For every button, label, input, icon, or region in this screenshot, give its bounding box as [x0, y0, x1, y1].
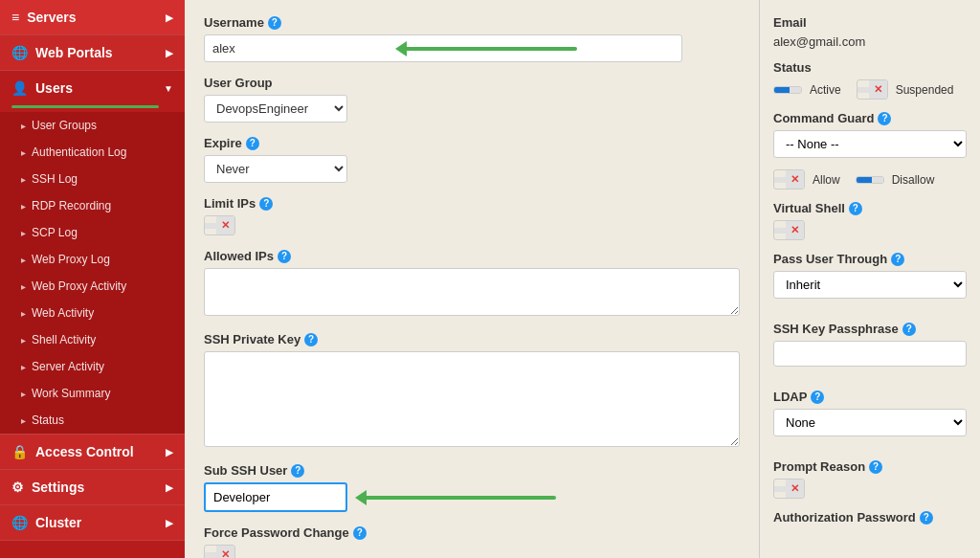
command-guard-group: Command Guard ? -- None -- ✕ Allow Disal… — [773, 111, 967, 190]
status-label: Status — [32, 413, 64, 427]
right-panel: Email alex@gmail.com Status Active ✕ Sus… — [760, 0, 980, 558]
authorization-password-group: Authorization Password ? — [773, 510, 967, 525]
web-proxy-activity-label: Web Proxy Activity — [32, 279, 126, 293]
virtual-shell-group: Virtual Shell ? ✕ — [773, 201, 967, 240]
force-password-toggle[interactable]: ✕ — [204, 545, 235, 558]
pr-toggle-off — [774, 486, 786, 492]
expire-select[interactable]: Never — [204, 155, 347, 183]
ssh-key-passphrase-input[interactable] — [773, 341, 967, 367]
toggle-off2 — [205, 552, 216, 558]
status-active-toggle[interactable] — [773, 86, 802, 94]
prompt-reason-help-icon[interactable]: ? — [869, 460, 882, 474]
chevron-right-icon: ▶ — [166, 518, 173, 528]
status-suspended-toggle[interactable]: ✕ — [857, 79, 888, 100]
sidebar-item-web-proxy-activity[interactable]: Web Proxy Activity — [0, 273, 185, 300]
pass-user-group: Pass User Through ? Inherit — [773, 252, 967, 310]
sub-ssh-help-icon[interactable]: ? — [291, 464, 304, 478]
toggle-x-state: ✕ — [869, 80, 887, 99]
toggle-x: ✕ — [216, 216, 234, 234]
sidebar-item-user-groups[interactable]: User Groups — [0, 112, 185, 139]
arrow-line2 — [365, 496, 556, 500]
ldap-select[interactable]: None — [773, 409, 967, 436]
sidebar-item-status[interactable]: Status — [0, 407, 185, 434]
allowed-ips-help-icon[interactable]: ? — [278, 250, 291, 263]
servers-icon: ≡ — [11, 10, 19, 25]
status-row: Active ✕ Suspended — [773, 79, 967, 100]
allowed-ips-textarea[interactable] — [204, 268, 740, 316]
pass-user-select[interactable]: Inherit — [773, 271, 967, 299]
authorization-password-label: Authorization Password ? — [773, 510, 967, 525]
auth-password-help-icon[interactable]: ? — [920, 511, 933, 525]
username-arrow — [395, 41, 577, 56]
ssh-key-help-icon[interactable]: ? — [304, 333, 318, 346]
toggle-off4 — [872, 177, 883, 183]
toggle-on-state — [774, 87, 790, 93]
user-groups-label: User Groups — [32, 119, 97, 132]
sidebar-item-cluster[interactable]: 🌐 Cluster ▶ — [0, 505, 185, 540]
vs-toggle-off — [774, 228, 786, 234]
sidebar-section-cluster: 🌐 Cluster ▶ — [0, 505, 185, 541]
force-password-help-icon[interactable]: ? — [353, 526, 367, 540]
sidebar-item-shell-activity[interactable]: Shell Activity — [0, 326, 185, 353]
username-help-icon[interactable]: ? — [268, 16, 281, 30]
sidebar-item-work-summary[interactable]: Work Summary — [0, 380, 185, 407]
chevron-right-icon: ▶ — [166, 48, 173, 58]
ssh-key-passphrase-help-icon[interactable]: ? — [902, 323, 916, 336]
sub-ssh-user-input[interactable] — [204, 482, 347, 512]
ssh-key-passphrase-group: SSH Key Passphrase ? — [773, 322, 967, 378]
sidebar-item-label: Cluster — [35, 515, 81, 530]
sub-ssh-arrow — [355, 490, 556, 505]
sidebar-item-scp-log[interactable]: SCP Log — [0, 219, 185, 246]
virtual-shell-help-icon[interactable]: ? — [849, 202, 862, 215]
sidebar-item-access-control[interactable]: 🔒 Access Control ▶ — [0, 435, 185, 469]
sidebar-item-ssh-log[interactable]: SSH Log — [0, 166, 185, 192]
sidebar-section-settings: ⚙ Settings ▶ — [0, 470, 185, 505]
sidebar-item-web-activity[interactable]: Web Activity — [0, 300, 185, 326]
allow-toggle[interactable]: ✕ — [773, 169, 805, 190]
web-activity-label: Web Activity — [32, 306, 94, 320]
auth-log-label: Authentication Log — [32, 145, 126, 159]
sidebar-item-label: Users — [35, 80, 73, 96]
server-activity-label: Server Activity — [32, 360, 104, 373]
sidebar-item-server-activity[interactable]: Server Activity — [0, 353, 185, 380]
virtual-shell-label: Virtual Shell ? — [773, 201, 967, 215]
sidebar-item-auth-log[interactable]: Authentication Log — [0, 139, 185, 166]
ssh-private-key-group: SSH Private Key ? — [204, 332, 740, 450]
command-guard-select[interactable]: -- None -- — [773, 130, 967, 158]
expire-help-icon[interactable]: ? — [246, 137, 259, 150]
user-group-select[interactable]: DevopsEngineers — [204, 95, 347, 123]
ssh-log-label: SSH Log — [32, 172, 78, 186]
ssh-private-key-textarea[interactable] — [204, 351, 740, 447]
virtual-shell-toggle[interactable]: ✕ — [773, 220, 805, 240]
sidebar-section-webportals: 🌐 Web Portals ▶ — [0, 35, 185, 71]
ldap-help-icon[interactable]: ? — [811, 391, 824, 404]
limit-ips-help-icon[interactable]: ? — [259, 197, 273, 211]
pass-user-help-icon[interactable]: ? — [891, 253, 904, 266]
command-guard-help-icon[interactable]: ? — [878, 112, 891, 125]
toggle-off3 — [774, 177, 786, 183]
shell-activity-label: Shell Activity — [32, 333, 96, 346]
email-label: Email — [773, 15, 967, 30]
vs-toggle-x: ✕ — [786, 221, 804, 239]
limit-ips-toggle[interactable]: ✕ — [204, 215, 235, 235]
chevron-down-icon: ▼ — [164, 83, 173, 94]
sidebar-item-settings[interactable]: ⚙ Settings ▶ — [0, 470, 185, 504]
users-icon: 👤 — [11, 80, 28, 96]
prompt-reason-toggle[interactable]: ✕ — [773, 479, 805, 499]
disallow-toggle[interactable] — [856, 176, 884, 184]
chevron-right-icon: ▶ — [166, 12, 173, 23]
allowed-ips-group: Allowed IPs ? — [204, 249, 740, 319]
sidebar-item-web-proxy-log[interactable]: Web Proxy Log — [0, 246, 185, 273]
sidebar-item-rdp-recording[interactable]: RDP Recording — [0, 192, 185, 219]
access-control-icon: 🔒 — [11, 444, 28, 459]
expire-group: Expire ? Never — [204, 136, 740, 183]
active-label: Active — [810, 83, 841, 97]
suspended-label: Suspended — [896, 83, 954, 97]
user-group-group: User Group DevopsEngineers — [204, 76, 740, 123]
users-active-indicator — [11, 105, 159, 108]
sidebar-item-webportals[interactable]: 🌐 Web Portals ▶ — [0, 35, 185, 70]
toggle-off — [205, 223, 216, 229]
sidebar-item-servers[interactable]: ≡ Servers ▶ — [0, 0, 185, 34]
sidebar-item-label: Access Control — [35, 444, 134, 459]
sidebar-item-users[interactable]: 👤 Users ▼ — [0, 71, 185, 105]
